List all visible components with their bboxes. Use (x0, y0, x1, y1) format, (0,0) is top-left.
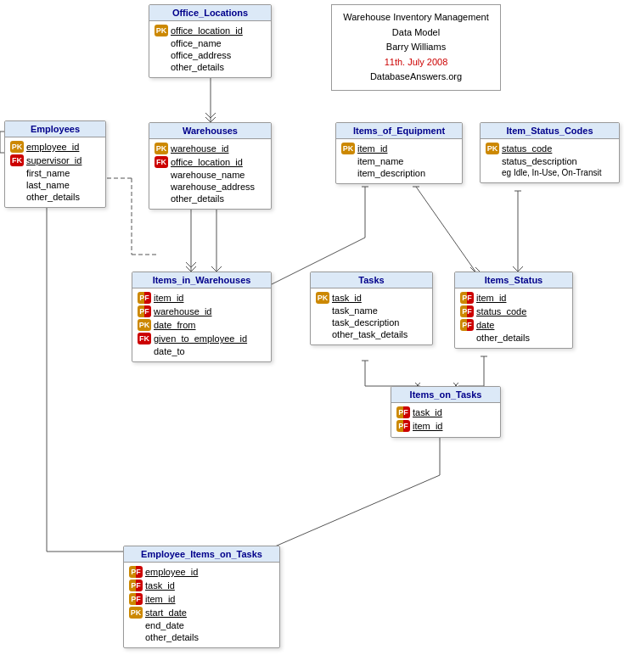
fk-badge: FK (155, 156, 168, 168)
field-row: end_date (129, 619, 274, 631)
field-row: PK start_date (129, 606, 274, 619)
pf-badge: PF (138, 305, 151, 317)
field-row: other_details (155, 61, 266, 73)
field-name: eg Idle, In-Use, On-Transit (502, 168, 601, 177)
field-row: PF item_id (129, 592, 274, 606)
field-name: item_id (154, 293, 183, 303)
entity-employees: Employees PK employee_id FK supervisor_i… (4, 120, 106, 208)
pf-badge: PF (138, 292, 151, 304)
field-name: employee_id (26, 142, 79, 152)
field-name: first_name (26, 168, 70, 178)
entity-items-on-tasks-title: Items_on_Tasks (391, 387, 500, 403)
field-name: task_description (332, 317, 400, 328)
pf-badge: PF (129, 566, 143, 578)
field-name: status_code (476, 306, 526, 316)
field-name: office_address (171, 50, 231, 60)
pf-badge: PF (396, 420, 410, 432)
field-name: other_task_details (332, 329, 408, 339)
entity-employee-items-on-tasks-body: PF employee_id PF task_id PF item_id PK … (124, 563, 279, 647)
entity-employees-body: PK employee_id FK supervisor_id first_na… (5, 137, 105, 207)
pk-badge: PK (316, 292, 329, 304)
field-row: PF status_code (460, 305, 567, 318)
field-row: warehouse_name (155, 169, 266, 181)
field-row: FK office_location_id (155, 155, 266, 169)
field-row: PK status_code (486, 142, 614, 155)
field-row: PF warehouse_id (138, 305, 266, 318)
field-row: task_name (316, 305, 427, 316)
field-name: item_id (476, 293, 506, 303)
field-name: status_code (502, 143, 552, 154)
field-name: office_name (171, 38, 222, 48)
field-name: task_name (332, 305, 378, 316)
entity-office-locations-body: PK office_location_id office_name office… (149, 21, 271, 77)
field-row: other_details (155, 193, 266, 204)
pk-badge: PK (138, 319, 151, 331)
field-name: task_id (145, 580, 175, 591)
field-name: warehouse_id (154, 306, 212, 316)
pf-badge: PF (460, 319, 474, 331)
field-name: date_from (154, 320, 196, 330)
entity-items-status-body: PF item_id PF status_code PF date other_… (455, 288, 572, 348)
field-name: other_details (171, 62, 224, 72)
field-row: PF item_id (396, 419, 495, 433)
field-name: task_id (413, 407, 442, 417)
entity-items-status: Items_Status PF item_id PF status_code P… (454, 272, 573, 349)
field-row: other_task_details (316, 328, 427, 340)
entity-items-of-equipment-title: Items_of_Equipment (336, 123, 462, 139)
field-name: item_description (357, 168, 425, 178)
entity-tasks-title: Tasks (311, 272, 432, 288)
field-row: other_details (10, 191, 100, 203)
field-name: item_id (357, 143, 387, 154)
pf-badge: PF (129, 580, 143, 591)
field-name: other_details (171, 193, 224, 204)
entity-item-status-codes: Item_Status_Codes PK status_code status_… (480, 122, 620, 183)
entity-items-in-warehouses: Items_in_Warehouses PF item_id PF wareho… (132, 272, 272, 362)
field-row: PF date (460, 318, 567, 332)
info-author: Barry Williams (340, 40, 492, 55)
svg-line-17 (191, 262, 196, 267)
field-row: PF task_id (129, 579, 274, 592)
info-title: Warehouse Inventory Management Data Mode… (340, 10, 492, 40)
pk-badge: PK (10, 141, 24, 153)
entity-employees-title: Employees (5, 121, 105, 137)
field-name: start_date (145, 608, 187, 618)
field-row: PK item_id (341, 142, 457, 155)
entity-items-in-warehouses-body: PF item_id PF warehouse_id PK date_from … (132, 288, 271, 361)
entity-office-locations: Office_Locations PK office_location_id o… (149, 4, 272, 78)
fk-badge: FK (138, 333, 151, 344)
fk-badge: FK (10, 154, 24, 166)
field-row: other_details (460, 332, 567, 344)
field-name: other_details (26, 192, 80, 202)
field-row: warehouse_address (155, 181, 266, 193)
field-name: date_to (154, 346, 185, 356)
field-name: employee_id (145, 567, 198, 577)
field-name: item_name (357, 156, 403, 166)
field-row: PK date_from (138, 318, 266, 332)
pf-badge: PF (460, 305, 474, 317)
entity-item-status-codes-title: Item_Status_Codes (481, 123, 619, 139)
field-row: last_name (10, 179, 100, 191)
field-row: date_to (138, 345, 266, 357)
entity-items-in-warehouses-title: Items_in_Warehouses (132, 272, 271, 288)
field-name: office_location_id (171, 25, 243, 36)
field-row: FK supervisor_id (10, 154, 100, 167)
field-name: warehouse_address (171, 182, 255, 192)
pk-badge: PK (486, 143, 499, 154)
entity-item-status-codes-body: PK status_code status_description eg Idl… (481, 139, 619, 182)
field-row: first_name (10, 167, 100, 179)
svg-line-4 (211, 113, 216, 118)
entity-items-on-tasks: Items_on_Tasks PF task_id PF item_id (391, 386, 501, 438)
field-row: PF task_id (396, 406, 495, 419)
field-name: warehouse_id (171, 143, 229, 154)
field-name: last_name (26, 180, 70, 190)
pf-badge: PF (129, 593, 143, 605)
field-row: PK office_location_id (155, 24, 266, 37)
field-name: given_to_employee_id (154, 333, 247, 344)
diagram-container: Warehouse Inventory Management Data Mode… (0, 0, 624, 672)
field-name: status_description (502, 156, 577, 166)
info-date: 11th. July 2008 (340, 55, 492, 70)
field-row: office_name (155, 37, 266, 49)
field-row: PK employee_id (10, 140, 100, 154)
pk-badge: PK (129, 607, 143, 619)
svg-line-16 (186, 262, 191, 267)
